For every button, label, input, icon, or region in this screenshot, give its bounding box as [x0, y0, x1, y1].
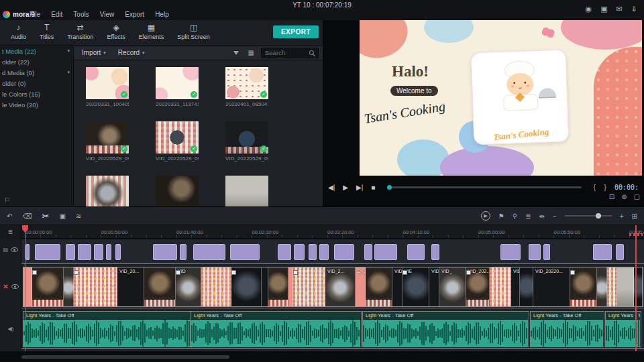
title-clip[interactable]	[431, 244, 439, 260]
video-clip[interactable]	[64, 267, 74, 306]
video-clip[interactable]	[268, 267, 288, 306]
seek-handle[interactable]	[387, 185, 392, 190]
media-item[interactable]: ✓VID_20220529_0956...	[86, 121, 129, 162]
title-clip[interactable]	[319, 244, 329, 260]
fit-screen-icon[interactable]: ▢	[634, 193, 640, 200]
import-button[interactable]: Import ▾	[78, 49, 110, 56]
title-clip[interactable]	[294, 244, 305, 260]
undo-icon[interactable]: ↶	[7, 213, 12, 220]
video-clip[interactable]	[144, 267, 176, 306]
record-button[interactable]: Record ▾	[114, 49, 149, 56]
zoom-handle[interactable]	[596, 213, 601, 219]
audio-clip[interactable]: Light Years - Take Off	[23, 312, 191, 347]
video-clip[interactable]	[201, 267, 231, 306]
export-button[interactable]: EXPORT	[273, 25, 319, 38]
voiceover-icon[interactable]: ⚲	[513, 213, 517, 220]
track-size-icon[interactable]: ▤	[3, 247, 9, 253]
video-clip[interactable]	[490, 267, 511, 306]
title-clip[interactable]	[529, 244, 541, 260]
video-clip[interactable]	[366, 267, 392, 306]
title-clip[interactable]	[106, 244, 111, 260]
title-clip[interactable]	[334, 244, 354, 260]
scrollbar-handle[interactable]	[21, 355, 229, 359]
menu-view[interactable]: View	[100, 11, 115, 18]
chevron-down-icon[interactable]: ▾	[67, 70, 70, 75]
menu-help[interactable]: Help	[155, 11, 169, 18]
title-clip[interactable]	[115, 244, 121, 260]
sidebar-item-older-0-[interactable]: older (0)	[0, 78, 73, 88]
tab-elements[interactable]: ▦Elements	[132, 21, 171, 42]
feedback-icon[interactable]: ✉	[616, 5, 623, 13]
video-clip[interactable]: VIE	[402, 267, 429, 306]
video-clip[interactable]	[293, 267, 325, 306]
speaker-icon[interactable]: ◀)	[8, 326, 14, 332]
chevron-down-icon[interactable]: ▾	[67, 48, 70, 54]
title-clip[interactable]	[66, 244, 75, 260]
next-frame-button[interactable]: ▶|	[356, 184, 363, 191]
mixer-icon[interactable]: ≣	[525, 213, 531, 220]
playhead[interactable]	[25, 225, 25, 351]
media-item[interactable]	[156, 176, 199, 206]
next-edit-icon[interactable]: }	[604, 183, 606, 191]
display-settings-icon[interactable]: ⊡	[609, 193, 614, 200]
ripple-icon[interactable]: ⇹	[539, 213, 545, 220]
video-clip[interactable]	[32, 267, 64, 306]
video-clip[interactable]: VID_20...	[117, 267, 144, 306]
audio-clip[interactable]: Light Years - Take Off	[363, 312, 529, 347]
tab-titles[interactable]: TTitles	[33, 21, 60, 42]
overlay-track[interactable]	[21, 240, 644, 264]
media-item[interactable]: ✓20220401_0850471	[225, 67, 268, 108]
track-manager-icon[interactable]: ≣	[8, 229, 13, 235]
video-clip[interactable]	[617, 267, 634, 306]
sidebar-item-le-video-20-[interactable]: le Video (20)	[0, 99, 73, 110]
marker-icon[interactable]: ⚑	[498, 213, 504, 220]
media-item[interactable]: ✓VID_20220529_0956...	[156, 121, 199, 162]
audio-clip[interactable]: Light Years - Take Off	[531, 312, 604, 347]
media-item[interactable]	[225, 176, 268, 206]
seek-bar[interactable]	[387, 186, 581, 188]
video-clip[interactable]: VID_20220...	[533, 267, 570, 306]
zoom-slider[interactable]	[565, 215, 612, 217]
audio-clip[interactable]: Light Years - Take Off	[191, 312, 361, 347]
zoom-out-icon[interactable]: −	[553, 213, 557, 220]
timeline-ruler[interactable]: 00:00:00:0000:00:50:0000:01:40:0000:02:3…	[21, 225, 644, 239]
crop-icon[interactable]: ▣	[59, 213, 65, 220]
account-icon[interactable]: ◉	[586, 5, 592, 13]
video-clip[interactable]	[74, 267, 117, 306]
video-clip[interactable]	[607, 267, 617, 306]
fit-timeline-icon[interactable]: ⊞	[632, 213, 637, 220]
video-clip[interactable]: VID	[429, 267, 439, 306]
split-icon[interactable]: ✂	[42, 211, 50, 221]
video-clip[interactable]: D_20...	[356, 267, 366, 306]
video-track[interactable]: VID_20...VIDVID_2...D_20...VIDVIEVIDVID_…	[21, 265, 644, 308]
sidebar-item-d-media-0-[interactable]: d Media (0)▾	[0, 67, 73, 78]
title-clip[interactable]	[193, 244, 225, 260]
media-item[interactable]: ✓20220331_1137411	[156, 67, 199, 108]
tab-split-screen[interactable]: ◫Split Screen	[170, 21, 217, 42]
render-preview-icon[interactable]: ▶	[481, 211, 490, 221]
search-icon[interactable]	[309, 50, 314, 55]
video-clip[interactable]	[231, 267, 262, 306]
menu-export[interactable]: Export	[125, 11, 144, 18]
title-clip[interactable]	[35, 244, 60, 260]
title-clip[interactable]	[94, 244, 103, 260]
sidebar-item-older-22-[interactable]: older (22)	[0, 56, 73, 67]
sidebar-item-le-colors-15-[interactable]: le Colors (15)	[0, 88, 73, 99]
stop-button[interactable]: ■	[371, 184, 375, 191]
title-clip[interactable]	[180, 244, 186, 260]
audio-track[interactable]: Light Years - Take OffLight Years - Take…	[21, 310, 644, 349]
eye-icon[interactable]	[11, 284, 19, 289]
gallery-icon[interactable]: ▣	[600, 5, 607, 13]
prev-edit-icon[interactable]: {	[594, 183, 596, 191]
media-item[interactable]: ✓VID_20220529_0957...	[225, 121, 268, 162]
video-clip[interactable]: VID	[176, 267, 201, 306]
title-clip[interactable]	[593, 244, 612, 260]
title-clip[interactable]	[374, 244, 397, 260]
title-clip[interactable]	[278, 244, 291, 260]
grid-view-icon[interactable]: ▦	[248, 49, 254, 56]
menu-file[interactable]: File	[30, 11, 40, 18]
title-clip[interactable]	[407, 244, 425, 260]
video-clip[interactable]: VID	[511, 267, 520, 306]
video-clip[interactable]: VID	[392, 267, 402, 306]
title-clip[interactable]	[309, 244, 317, 260]
